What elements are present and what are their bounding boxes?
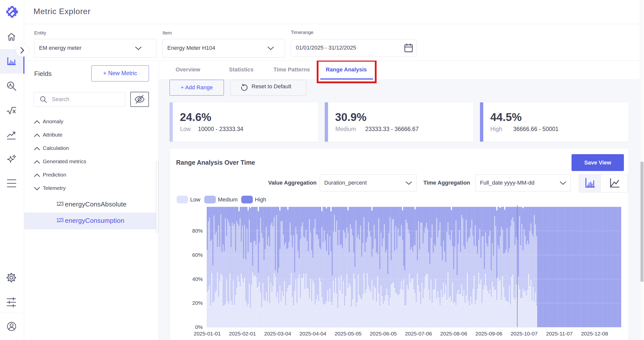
svg-text:2025-03-04: 2025-03-04 xyxy=(264,331,291,336)
svg-text:2025-10-07: 2025-10-07 xyxy=(511,331,538,336)
svg-text:80%: 80% xyxy=(192,228,203,234)
svg-text:2025-02-01: 2025-02-01 xyxy=(229,331,256,336)
svg-text:2025-05-05: 2025-05-05 xyxy=(335,331,361,336)
svg-text:2025-12-08: 2025-12-08 xyxy=(581,331,608,336)
svg-text:2025-06-05: 2025-06-05 xyxy=(370,331,397,336)
svg-text:2025-01-01: 2025-01-01 xyxy=(194,331,221,336)
svg-text:2025-08-06: 2025-08-06 xyxy=(440,331,467,336)
svg-text:2025-07-06: 2025-07-06 xyxy=(405,331,432,336)
svg-text:40%: 40% xyxy=(192,276,203,282)
svg-text:2025-09-06: 2025-09-06 xyxy=(475,331,502,336)
svg-text:0%: 0% xyxy=(195,324,203,330)
svg-text:20%: 20% xyxy=(192,300,203,306)
svg-text:60%: 60% xyxy=(192,252,203,258)
svg-text:2025-11-07: 2025-11-07 xyxy=(546,331,573,336)
svg-text:2025-04-04: 2025-04-04 xyxy=(299,331,327,336)
